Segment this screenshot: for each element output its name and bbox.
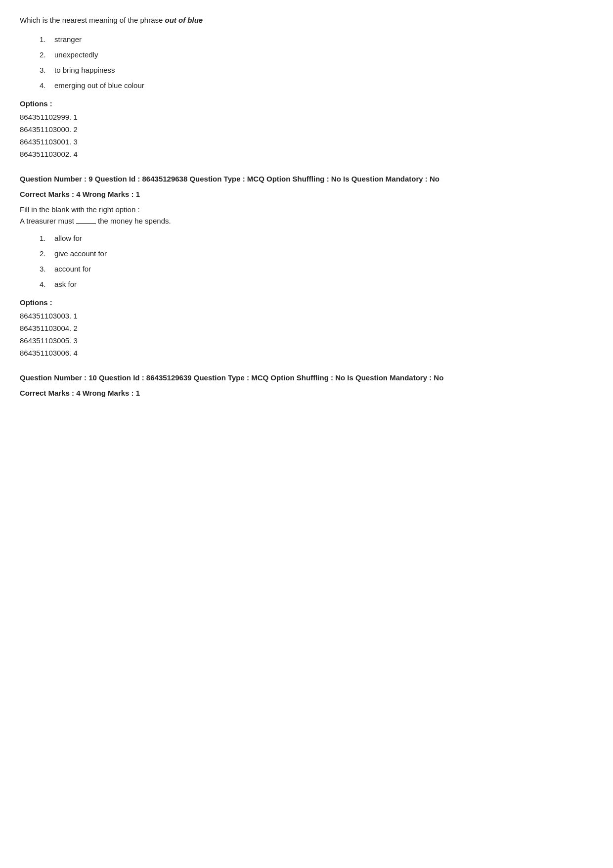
choice-text: allow for: [54, 234, 82, 242]
option-id: 864351103005. 3: [20, 336, 593, 345]
question8-choices: 1. stranger 2. unexpectedly 3. to bring …: [20, 35, 593, 90]
list-item: 1. allow for: [40, 234, 593, 242]
option-id: 864351103004. 2: [20, 324, 593, 332]
choice-text: unexpectedly: [54, 50, 98, 59]
question8-text-plain: Which is the nearest meaning of the phra…: [20, 16, 165, 24]
choice-text: emerging out of blue colour: [54, 81, 144, 90]
list-item: 4. ask for: [40, 280, 593, 288]
question-8-text: Which is the nearest meaning of the phra…: [20, 15, 593, 26]
list-item: 3. account for: [40, 265, 593, 273]
choice-text: account for: [54, 265, 91, 273]
question9-fill-sentence: A treasurer mustthe money he spends.: [20, 217, 593, 225]
choice-num: 3.: [40, 66, 54, 74]
choice-num: 2.: [40, 50, 54, 59]
list-item: 2. give account for: [40, 249, 593, 258]
option-id: 864351102999. 1: [20, 113, 593, 121]
option-id: 864351103000. 2: [20, 125, 593, 134]
fill-before: A treasurer must: [20, 217, 74, 225]
choice-text: give account for: [54, 249, 107, 258]
option-id: 864351103003. 1: [20, 312, 593, 320]
choice-text: to bring happiness: [54, 66, 115, 74]
choice-num: 1.: [40, 35, 54, 44]
question9-meta: Question Number : 9 Question Id : 864351…: [20, 173, 593, 185]
question8-phrase: out of blue: [165, 16, 203, 24]
option-id: 864351103001. 3: [20, 137, 593, 146]
question10-meta: Question Number : 10 Question Id : 86435…: [20, 372, 593, 384]
question9-fill-instruction: Fill in the blank with the right option …: [20, 205, 593, 214]
option-id: 864351103002. 4: [20, 150, 593, 158]
choice-num: 2.: [40, 249, 54, 258]
question9-choices: 1. allow for 2. give account for 3. acco…: [20, 234, 593, 288]
options-label-9: Options :: [20, 298, 593, 307]
question9-option-ids: 864351103003. 1 864351103004. 2 86435110…: [20, 312, 593, 357]
list-item: 3. to bring happiness: [40, 66, 593, 74]
choice-num: 4.: [40, 280, 54, 288]
question10-marks: Correct Marks : 4 Wrong Marks : 1: [20, 389, 593, 397]
choice-num: 4.: [40, 81, 54, 90]
question9-marks: Correct Marks : 4 Wrong Marks : 1: [20, 190, 593, 198]
question8-option-ids: 864351102999. 1 864351103000. 2 86435110…: [20, 113, 593, 158]
options-label-8: Options :: [20, 99, 593, 108]
fill-after: the money he spends.: [98, 217, 171, 225]
list-item: 1. stranger: [40, 35, 593, 44]
choice-text: ask for: [54, 280, 77, 288]
choice-num: 3.: [40, 265, 54, 273]
list-item: 2. unexpectedly: [40, 50, 593, 59]
choice-num: 1.: [40, 234, 54, 242]
choice-text: stranger: [54, 35, 82, 44]
fill-blank: [76, 223, 96, 224]
option-id: 864351103006. 4: [20, 349, 593, 357]
list-item: 4. emerging out of blue colour: [40, 81, 593, 90]
